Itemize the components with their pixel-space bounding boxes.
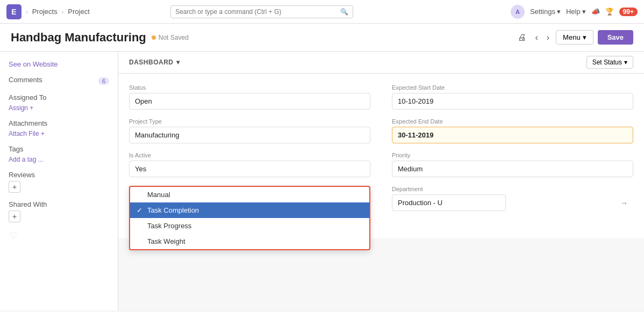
dropdown-item-label: Task Progress [147, 222, 191, 230]
dropdown-item-label: Task Completion [147, 206, 199, 214]
print-button[interactable]: 🖨 [516, 31, 528, 45]
form-group-department: Department → [392, 186, 633, 211]
completion-dropdown: Manual ✓ Task Completion Task Progress [129, 186, 370, 250]
department-input-wrapper: → [392, 194, 633, 211]
department-input[interactable] [392, 194, 506, 211]
sidebar-assigned-section: Assigned To Assign + [9, 93, 109, 112]
not-saved-indicator: Not Saved [152, 34, 189, 41]
see-on-website-link[interactable]: See on Website [9, 60, 109, 68]
help-chevron-icon: ▾ [582, 8, 586, 16]
sidebar: See on Website Comments 6 Assigned To As… [0, 52, 118, 310]
page-header: Handbag Manufacturing Not Saved 🖨 ‹ › Me… [0, 24, 644, 52]
department-label: Department [392, 186, 633, 192]
sidebar-comments-row: Comments 6 [9, 76, 109, 86]
form-group-expected-start: Expected Start Date [392, 84, 633, 110]
status-input[interactable] [129, 93, 370, 110]
add-tag-link[interactable]: Add a tag ... [9, 156, 44, 163]
expected-end-label: Expected End Date [392, 118, 633, 125]
search-input[interactable] [175, 8, 337, 16]
expected-start-input[interactable] [392, 93, 633, 110]
nav-prev-button[interactable]: ‹ [533, 31, 540, 45]
comments-count: 6 [98, 77, 109, 85]
dropdown-item-task-progress[interactable]: Task Progress [130, 218, 369, 234]
breadcrumb-project[interactable]: Project [68, 8, 89, 16]
heart-icon[interactable]: ♡ [9, 230, 109, 242]
sidebar-shared-section: Shared With + [9, 200, 109, 222]
comments-label: Comments [9, 76, 42, 84]
breadcrumb-projects[interactable]: Projects [32, 8, 58, 16]
assigned-to-label: Assigned To [9, 93, 109, 101]
sidebar-comments-section: Comments 6 [9, 76, 109, 86]
priority-input[interactable] [392, 161, 633, 177]
status-label: Status [129, 84, 370, 91]
dashboard-tab[interactable]: DASHBOARD ▾ [129, 59, 180, 66]
nav-next-button[interactable]: › [545, 31, 552, 45]
settings-button[interactable]: Settings ▾ [530, 8, 561, 16]
set-status-button[interactable]: Set Status ▾ [586, 56, 633, 69]
form-group-completion: Completion Method Manual ✓ Task Completi… [129, 186, 370, 211]
set-status-chevron-icon: ▾ [624, 59, 627, 66]
megaphone-icon: 📣 [591, 8, 600, 16]
shared-with-label: Shared With [9, 200, 47, 208]
navbar: E › Projects › Project 🔍 A Settings ▾ He… [0, 0, 644, 24]
form-group-is-active: Is Active [129, 152, 370, 177]
dropdown-item-manual[interactable]: Manual [130, 187, 369, 202]
shared-with-add-button[interactable]: + [9, 211, 20, 222]
project-type-label: Project Type [129, 118, 370, 125]
content-area: DASHBOARD ▾ Set Status ▾ Status Expected… [118, 52, 644, 310]
avatar: A [511, 5, 525, 19]
not-saved-text: Not Saved [159, 34, 189, 41]
check-icon-selected: ✓ [137, 206, 144, 214]
is-active-input[interactable] [129, 161, 370, 177]
search-icon: 🔍 [340, 8, 348, 16]
not-saved-dot [152, 35, 156, 40]
megaphone-button[interactable]: 📣 [591, 8, 600, 16]
form-grid: Status Expected Start Date Project Type … [129, 84, 633, 211]
save-button[interactable]: Save [598, 30, 633, 45]
main-layout: See on Website Comments 6 Assigned To As… [0, 52, 644, 310]
attach-file-link[interactable]: Attach File + [9, 130, 45, 137]
sidebar-attachments-section: Attachments Attach File + [9, 119, 109, 137]
page-title-group: Handbag Manufacturing Not Saved [11, 31, 189, 45]
breadcrumb-chevron-2: › [62, 9, 64, 15]
form-group-project-type: Project Type [129, 118, 370, 143]
dropdown-item-task-completion[interactable]: ✓ Task Completion [130, 202, 369, 218]
priority-label: Priority [392, 152, 633, 158]
expected-start-label: Expected Start Date [392, 84, 633, 91]
sidebar-tags-section: Tags Add a tag ... [9, 145, 109, 163]
form-group-expected-end: Expected End Date [392, 118, 633, 143]
sidebar-reviews-section: Reviews + [9, 171, 109, 193]
menu-chevron-icon: ▾ [583, 33, 586, 41]
sidebar-reviews-row: Reviews [9, 171, 109, 181]
help-button[interactable]: Help ▾ [566, 8, 586, 16]
trophy-button[interactable]: 🏆 [605, 8, 614, 16]
dashboard-chevron-icon: ▾ [176, 59, 180, 66]
content-toolbar: DASHBOARD ▾ Set Status ▾ [118, 52, 644, 74]
attachments-label: Attachments [9, 119, 109, 127]
dropdown-item-label: Task Weight [147, 237, 185, 245]
expected-end-input[interactable] [392, 127, 633, 143]
header-actions: 🖨 ‹ › Menu ▾ Save [516, 30, 633, 45]
assign-link[interactable]: Assign + [9, 104, 33, 112]
department-link-icon[interactable]: → [620, 199, 628, 207]
sidebar-shared-row: Shared With [9, 200, 109, 211]
settings-chevron-icon: ▾ [557, 8, 561, 16]
breadcrumb-chevron-1: › [26, 9, 28, 15]
app-logo: E [6, 4, 22, 19]
dropdown-item-label: Manual [147, 191, 170, 199]
is-active-label: Is Active [129, 152, 370, 158]
project-type-input[interactable] [129, 127, 370, 143]
notification-badge[interactable]: 99+ [619, 8, 638, 16]
form-group-priority: Priority [392, 152, 633, 177]
form-group-status: Status [129, 84, 370, 110]
tags-label: Tags [9, 145, 109, 153]
page-title: Handbag Manufacturing [11, 31, 146, 45]
form-area: Status Expected Start Date Project Type … [118, 74, 644, 238]
trophy-icon: 🏆 [605, 8, 614, 16]
search-bar[interactable]: 🔍 [170, 5, 353, 18]
reviews-label: Reviews [9, 171, 35, 179]
menu-button[interactable]: Menu ▾ [556, 30, 593, 45]
dropdown-item-task-weight[interactable]: Task Weight [130, 234, 369, 249]
reviews-add-button[interactable]: + [9, 181, 20, 193]
navbar-right: A Settings ▾ Help ▾ 📣 🏆 99+ [511, 5, 638, 19]
